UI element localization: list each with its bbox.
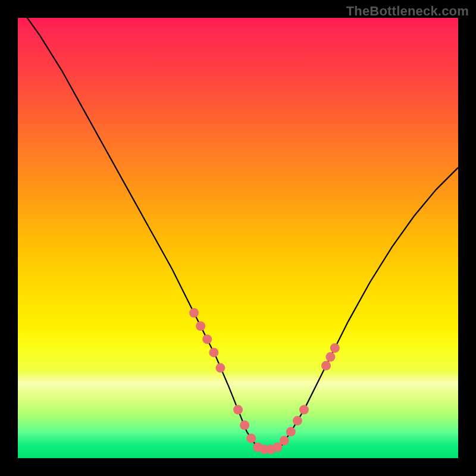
curve-marker [286, 427, 296, 437]
curve-marker [299, 405, 309, 415]
bottleneck-curve [18, 18, 458, 449]
curve-marker [246, 434, 256, 443]
curve-marker [280, 436, 289, 445]
curve-marker [189, 308, 199, 318]
curve-marker [325, 352, 335, 362]
curve-marker [240, 421, 249, 430]
curve-marker [330, 343, 340, 353]
chart-svg [18, 18, 458, 458]
curve-marker [215, 363, 225, 372]
chart-plot-area [18, 18, 458, 458]
curve-markers [189, 308, 340, 454]
curve-marker [209, 347, 218, 357]
curve-marker [196, 321, 205, 331]
watermark-text: TheBottleneck.com [346, 4, 469, 19]
curve-marker [321, 361, 331, 371]
curve-marker [233, 405, 243, 415]
curve-marker [293, 416, 302, 425]
curve-marker [202, 334, 212, 344]
